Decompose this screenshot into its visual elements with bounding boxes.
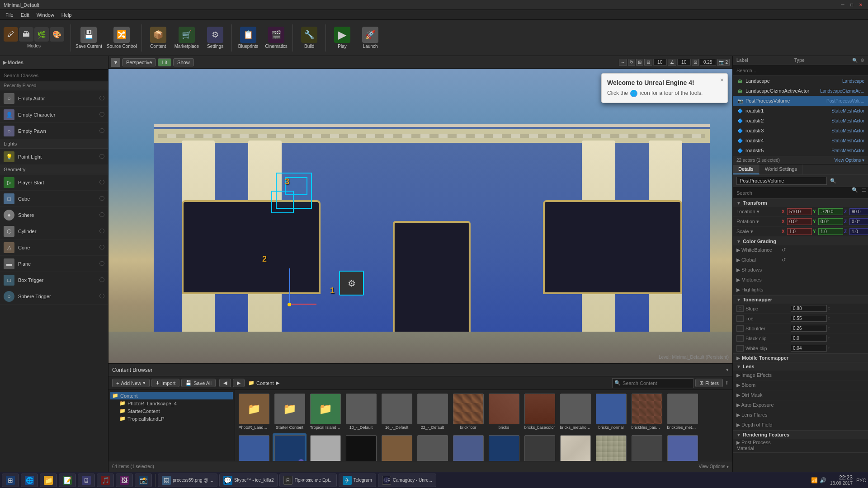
asset-bricktiles-metalrough[interactable]: bricktiles_metalroughac: [665, 392, 699, 432]
grid-size-input[interactable]: [653, 59, 667, 66]
taskbar-explorer[interactable]: 📁: [40, 474, 57, 487]
outliner-item-roadstr4[interactable]: 🔷 roadstr4 StaticMeshActor: [733, 136, 868, 145]
color-grading-header[interactable]: ▼ Color Grading: [733, 237, 868, 245]
place-item-cylinder[interactable]: ⬡ Cylinder ⓘ: [0, 223, 108, 239]
place-item-plane[interactable]: ▬ Plane ⓘ: [0, 256, 108, 272]
notification-close-button[interactable]: ×: [720, 76, 724, 84]
category-lights[interactable]: Lights: [0, 139, 108, 149]
dirt-mask-row[interactable]: ▶ Dirt Mask: [733, 390, 868, 400]
cb-view-options-btn[interactable]: View Options ▾: [698, 464, 729, 469]
rotation-z-input[interactable]: [849, 218, 868, 225]
cb-search-input[interactable]: [623, 380, 693, 386]
taskbar-photoshop[interactable]: 📸: [135, 474, 152, 487]
asset-lod2[interactable]: lod2: [487, 433, 521, 461]
cb-expand-button[interactable]: ⬆: [725, 380, 729, 386]
maximize-button[interactable]: □: [848, 1, 855, 9]
blueprints-button[interactable]: 📋 Blueprints: [235, 22, 262, 54]
depth-of-field-row[interactable]: ▶ Depth of Field: [733, 420, 868, 430]
select-mode-icon[interactable]: 🖊: [4, 27, 18, 42]
whiteclip-checkbox[interactable]: [736, 345, 744, 352]
place-item-cube[interactable]: □ Cube ⓘ: [0, 191, 108, 207]
asset-marbletiles-base[interactable]: marbletiles_basecolor: [594, 433, 628, 461]
location-y-input[interactable]: [818, 208, 843, 215]
outliner-item-roadstr1[interactable]: 🔷 roadstr1 StaticMeshActor: [733, 106, 868, 116]
outliner-item-postprocess[interactable]: 📷 PostProcessVolume PostProcessVolu...: [733, 96, 868, 106]
post-process-material-row[interactable]: ▶ Post Process Material: [733, 439, 868, 452]
settings-button[interactable]: ⚙ Settings: [202, 22, 229, 54]
close-button[interactable]: ✕: [857, 1, 864, 9]
taskbar-epic[interactable]: E Приложение Epi...: [279, 474, 336, 487]
outliner-item-landscape[interactable]: 🏔 Landscape Landscape: [733, 76, 868, 86]
tab-details[interactable]: Details: [733, 164, 760, 174]
asset-marbletiles-metal[interactable]: marbletiles_metalroughac: [630, 433, 664, 461]
minimize-button[interactable]: ─: [839, 1, 846, 9]
rendering-header[interactable]: ▼ Rendering Features: [733, 431, 868, 439]
transform-section-header[interactable]: ▼ Transform: [733, 199, 868, 207]
scale-snap-btn[interactable]: ⊡: [692, 59, 699, 66]
bloom-row[interactable]: ▶ Bloom: [733, 380, 868, 390]
taskbar-music[interactable]: 🎵: [97, 474, 114, 487]
asset-brickfloor[interactable]: brickfloor: [451, 392, 485, 432]
asset-hdrmape[interactable]: hdrmape_com_free_016 Ref: [344, 433, 378, 461]
taskbar-process59[interactable]: 🖼 process59.png @ ...: [158, 474, 217, 487]
asset-herringbone-base[interactable]: herringbone_basecolor: [380, 433, 414, 461]
rotation-y-input[interactable]: [818, 218, 843, 225]
toe-input[interactable]: [791, 315, 827, 322]
place-item-empty-actor[interactable]: ○ Empty Actor ⓘ: [0, 90, 108, 107]
tree-photor[interactable]: 📁 PhotoR_Landscape_4: [110, 399, 233, 407]
source-control-button[interactable]: 🔀 Source Control: [105, 22, 139, 54]
lens-flares-row[interactable]: ▶ Lens Flares: [733, 410, 868, 420]
place-item-cone[interactable]: △ Cone ⓘ: [0, 239, 108, 256]
blackclip-checkbox[interactable]: [736, 335, 744, 342]
marketplace-button[interactable]: 🛒 Marketplace: [173, 22, 201, 54]
place-item-box-trigger[interactable]: □ Box Trigger ⓘ: [0, 272, 108, 288]
add-new-button[interactable]: + Add New ▾: [112, 379, 150, 387]
place-item-sphere[interactable]: ● Sphere ⓘ: [0, 207, 108, 223]
scale-mode-btn[interactable]: ⊞: [636, 59, 643, 66]
shoulder-input[interactable]: [791, 325, 827, 332]
launch-button[interactable]: 🚀 Launch: [357, 22, 384, 54]
asset-bricks-basecolor[interactable]: bricks_basecolor: [523, 392, 557, 432]
asset-frontwall[interactable]: frontwall: [308, 433, 342, 461]
save-current-button[interactable]: 💾 Save Current: [74, 22, 104, 54]
tree-root[interactable]: 📁 Content: [110, 392, 233, 399]
outliner-search-toggle[interactable]: 🔍: [851, 57, 859, 64]
outliner-item-landscape-gizmo[interactable]: 🏔 LandscapeGizmoActiveActor LandscapeGiz…: [733, 86, 868, 96]
whiteclip-spin[interactable]: ↕: [828, 345, 830, 352]
scale-x-input[interactable]: [787, 228, 812, 235]
show-button[interactable]: Show: [173, 58, 194, 66]
details-search-input[interactable]: [733, 187, 850, 198]
back-button[interactable]: ◀: [219, 379, 231, 387]
location-z-input[interactable]: [849, 208, 868, 215]
view-options-btn[interactable]: View Options ▾: [834, 158, 864, 163]
forward-button[interactable]: ▶: [233, 379, 245, 387]
shoulder-spin[interactable]: ↕: [828, 325, 830, 332]
asset-herringbone-normal[interactable]: herringbone_normal: [451, 433, 485, 461]
place-item-empty-pawn[interactable]: ○ Empty Pawn ⓘ: [0, 123, 108, 139]
asset-bricks-metalrough[interactable]: bricks_metalroughac: [558, 392, 592, 432]
category-geometry[interactable]: Geometry: [0, 165, 108, 174]
import-button[interactable]: ⬇ Import: [151, 379, 179, 387]
auto-exposure-row[interactable]: ▶ Auto Exposure: [733, 400, 868, 410]
shadows-row[interactable]: ▶ Shadows: [733, 265, 868, 275]
image-effects-row[interactable]: ▶ Image Effects: [733, 371, 868, 380]
asset-10default[interactable]: 10_-_Default: [344, 392, 378, 432]
rotation-snap-input[interactable]: [677, 59, 691, 66]
cb-filters-button[interactable]: ⊞ Filters: [695, 379, 723, 387]
lit-button[interactable]: Lit: [158, 58, 171, 66]
brush-mode-icon[interactable]: 🎨: [50, 27, 64, 42]
surface-snapping-btn[interactable]: ⊟: [644, 59, 652, 66]
actor-name-input[interactable]: [736, 177, 827, 185]
outliner-search-input[interactable]: [734, 66, 867, 75]
global-row[interactable]: ▶ Global ↺: [733, 255, 868, 265]
taskbar-skype[interactable]: 💬 Skype™ - ice_killa2: [219, 474, 278, 487]
toe-checkbox[interactable]: [736, 315, 744, 322]
tonemapper-header[interactable]: ▼ Tonemapper: [733, 296, 868, 304]
content-browser-tab[interactable]: Content Browser: [112, 367, 152, 373]
menu-help[interactable]: Help: [58, 11, 75, 19]
lens-header[interactable]: ▼ Lens: [733, 362, 868, 371]
taskbar-monitor[interactable]: 🖥: [78, 474, 95, 487]
asset-marble-floor[interactable]: marble_floor: [558, 433, 592, 461]
taskbar-ie[interactable]: 🌐: [21, 474, 38, 487]
foliage-mode-icon[interactable]: 🌿: [34, 27, 49, 42]
